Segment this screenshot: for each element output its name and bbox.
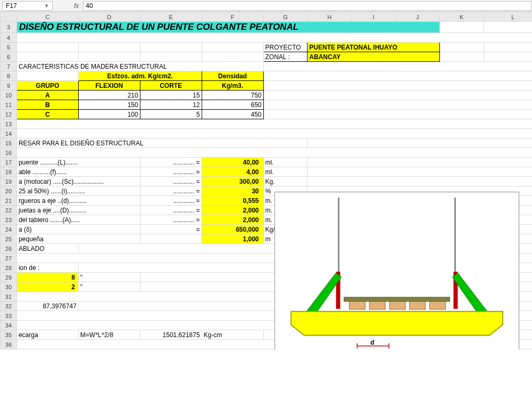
fx-icon[interactable]: fx [74, 2, 79, 10]
svg-text:d: d [370, 339, 374, 346]
formula-bar-row: F17▼ fx 40 [0, 0, 532, 12]
input-A[interactable]: 2,000 [202, 215, 263, 225]
cross-section-diagram: d A At SECCION TRANSVERSAL DE PUENTE COL… [275, 192, 519, 349]
formula-bar[interactable]: 40 [83, 1, 532, 11]
svg-rect-8 [389, 301, 405, 309]
column-headers[interactable]: CDEFGHIJKL [1, 12, 533, 22]
input-D[interactable]: 2,000 [202, 206, 263, 215]
input-L[interactable]: 40,00 [202, 158, 263, 167]
input-pequena[interactable]: 1,000 [202, 234, 263, 244]
project-label: PROYECTO [263, 43, 307, 52]
zonal-value: ABANCAY [307, 52, 439, 62]
svg-rect-6 [349, 301, 365, 309]
chevron-down-icon: ▼ [44, 3, 49, 9]
calc-value: 87,3976747 [16, 301, 78, 311]
input-dim2[interactable]: 2 [16, 282, 78, 292]
input-d[interactable]: 0,555 [202, 196, 263, 206]
page-title: DISEÑO ESTRUCTURAL DE UN PUENTE COLGANTE… [16, 22, 439, 33]
input-f[interactable]: 4,00 [202, 167, 263, 177]
name-box[interactable]: F17▼ [2, 1, 53, 11]
table-caption: CARACTERISTICAS DE MADERA ESTRUCTURAL [16, 62, 263, 71]
zonal-label: ZONAL : [263, 52, 307, 62]
input-i[interactable]: 30 [202, 186, 263, 196]
section-header: RESAR PARA EL DISEÑO ESTRUCTURAL [16, 138, 307, 148]
input-Sc[interactable]: 300,00 [202, 177, 263, 186]
svg-rect-10 [430, 301, 446, 309]
input-delta[interactable]: 650,000 [202, 225, 263, 234]
svg-rect-7 [369, 301, 385, 309]
input-dim1[interactable]: 8 [16, 273, 78, 282]
svg-rect-11 [344, 297, 450, 301]
project-name: PUENTE PEATONAL IHUAYO [307, 43, 439, 52]
spreadsheet-grid[interactable]: CDEFGHIJKL 3 DISEÑO ESTRUCTURAL DE UN PU… [0, 12, 532, 349]
row-header[interactable]: 3 [1, 22, 17, 33]
svg-rect-9 [410, 301, 426, 309]
